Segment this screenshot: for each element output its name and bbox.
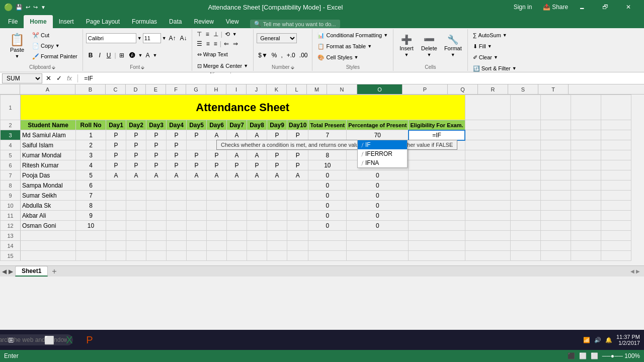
border-button[interactable]: ⊞ bbox=[117, 51, 126, 59]
center-align-btn[interactable]: ≡ bbox=[205, 40, 211, 48]
cell-day3-10[interactable] bbox=[146, 201, 167, 211]
cell-day1-7[interactable]: A bbox=[106, 170, 126, 180]
cell-day9-11[interactable] bbox=[267, 211, 287, 221]
cell-day3-4[interactable]: P bbox=[146, 140, 167, 150]
cell-day4-8[interactable] bbox=[167, 180, 187, 191]
cell-day4-4[interactable]: P bbox=[167, 140, 187, 150]
search-taskbar[interactable] bbox=[20, 331, 38, 349]
cell-name-8[interactable]: Sampa Mondal bbox=[21, 180, 76, 191]
zoom-control[interactable]: ──●── 100% bbox=[602, 352, 640, 359]
format-painter-button[interactable]: 🖌️ Format Painter bbox=[30, 51, 79, 61]
header-day8[interactable]: Day8 bbox=[247, 120, 267, 130]
cell-day8-12[interactable] bbox=[247, 221, 267, 231]
cell-day1-11[interactable] bbox=[106, 211, 126, 221]
name-box[interactable]: SUM bbox=[2, 73, 42, 83]
cut-button[interactable]: ✂️ Cut bbox=[30, 30, 79, 40]
cell-day7-12[interactable] bbox=[227, 221, 247, 231]
dec-dec-btn[interactable]: .00 bbox=[298, 51, 309, 59]
cell-day8-8[interactable] bbox=[247, 180, 267, 191]
cell-total-9[interactable]: 0 bbox=[308, 191, 347, 201]
cell-elig-12[interactable] bbox=[409, 221, 465, 231]
cell-pct-8[interactable]: 0 bbox=[347, 180, 409, 191]
wrap-text-button[interactable]: ⇔ Wrap Text bbox=[195, 49, 230, 59]
col-header-j[interactable]: J bbox=[247, 84, 267, 94]
col-header-i[interactable]: I bbox=[226, 84, 247, 94]
minimize-btn[interactable]: 🗕 bbox=[571, 0, 594, 14]
cell-day10-10[interactable] bbox=[287, 201, 308, 211]
right-align-btn[interactable]: ≡ bbox=[212, 40, 219, 48]
cell-day4-9[interactable] bbox=[167, 191, 187, 201]
cancel-formula-btn[interactable]: ✕ bbox=[44, 74, 53, 82]
cell-day3-11[interactable] bbox=[146, 211, 167, 221]
cell-elig-6[interactable] bbox=[409, 160, 465, 170]
cell-roll-8[interactable]: 6 bbox=[76, 180, 106, 191]
cell-day9-6[interactable]: P bbox=[267, 160, 287, 170]
row-num-3[interactable]: 3 bbox=[1, 130, 21, 140]
header-day1[interactable]: Day1 bbox=[106, 120, 126, 130]
cell-day2-11[interactable] bbox=[126, 211, 146, 221]
cell-elig-10[interactable] bbox=[409, 201, 465, 211]
cell-day3-8[interactable] bbox=[146, 180, 167, 191]
autocomplete-item-IFERROR[interactable]: 𝑓IFERROR bbox=[358, 149, 407, 158]
excel-taskbar-btn[interactable]: X bbox=[60, 331, 78, 349]
cell-elig-3[interactable]: =IF bbox=[409, 130, 465, 140]
cell-day3-12[interactable] bbox=[146, 221, 167, 231]
cell-day9-7[interactable]: A bbox=[267, 170, 287, 180]
cell-roll-5[interactable]: 3 bbox=[76, 150, 106, 160]
col-header-d[interactable]: D bbox=[126, 84, 146, 94]
col-header-g[interactable]: G bbox=[186, 84, 206, 94]
cell-day10-11[interactable] bbox=[287, 211, 308, 221]
cell-total-5[interactable]: 8 bbox=[308, 150, 347, 160]
row-num-4[interactable]: 4 bbox=[1, 140, 21, 150]
restore-btn[interactable]: 🗗 bbox=[594, 0, 617, 14]
cell-day7-11[interactable] bbox=[227, 211, 247, 221]
cell-day1-9[interactable] bbox=[106, 191, 126, 201]
sort-filter-button[interactable]: 🔃 Sort & Filter ▼ bbox=[471, 63, 519, 73]
cell-total-4[interactable]: 0 bbox=[308, 140, 347, 150]
col-header-b[interactable]: B bbox=[75, 84, 106, 94]
col-header-a[interactable]: A bbox=[20, 84, 75, 94]
cell-elig-11[interactable] bbox=[409, 211, 465, 221]
next-sheet-btn[interactable]: ▶ bbox=[9, 268, 13, 275]
cell-name-11[interactable]: Akbar Ali bbox=[21, 211, 76, 221]
cell-day3-3[interactable]: P bbox=[146, 130, 167, 140]
cell-day8-6[interactable]: P bbox=[247, 160, 267, 170]
add-sheet-btn[interactable]: + bbox=[50, 267, 58, 276]
cell-pct-11[interactable]: 0 bbox=[347, 211, 409, 221]
cell-elig-4[interactable] bbox=[409, 140, 465, 150]
save-icon[interactable]: 💾 bbox=[16, 4, 23, 11]
cell-roll-9[interactable]: 7 bbox=[76, 191, 106, 201]
cell-day7-5[interactable]: A bbox=[227, 150, 247, 160]
cell-day8-9[interactable] bbox=[247, 191, 267, 201]
insert-function-btn[interactable]: fx bbox=[65, 74, 73, 82]
cell-day2-10[interactable] bbox=[126, 201, 146, 211]
cell-day9-3[interactable]: P bbox=[267, 130, 287, 140]
cell-day9-12[interactable] bbox=[267, 221, 287, 231]
cell-roll-6[interactable]: 4 bbox=[76, 160, 106, 170]
cell-day4-7[interactable]: A bbox=[167, 170, 187, 180]
cell-day9-9[interactable] bbox=[267, 191, 287, 201]
comma-btn[interactable]: , bbox=[279, 51, 284, 59]
number-format-select[interactable]: General bbox=[257, 33, 297, 43]
cell-day5-4[interactable] bbox=[187, 140, 207, 150]
copy-button[interactable]: 📄 Copy ▼ bbox=[30, 41, 79, 51]
cell-day5-7[interactable]: A bbox=[187, 170, 207, 180]
cell-name-9[interactable]: Sumar Seikh bbox=[21, 191, 76, 201]
cell-total-8[interactable]: 0 bbox=[308, 180, 347, 191]
cell-day2-6[interactable]: P bbox=[126, 160, 146, 170]
row-num-7[interactable]: 7 bbox=[1, 170, 21, 180]
cell-day5-12[interactable] bbox=[187, 221, 207, 231]
tab-view[interactable]: View bbox=[220, 15, 245, 28]
autocomplete-item-IF[interactable]: 𝑓IF bbox=[358, 140, 407, 149]
col-header-f[interactable]: F bbox=[166, 84, 186, 94]
cell-day4-12[interactable] bbox=[167, 221, 187, 231]
cell-roll-4[interactable]: 2 bbox=[76, 140, 106, 150]
cell-day6-4[interactable] bbox=[207, 140, 227, 150]
cell-day3-5[interactable]: P bbox=[146, 150, 167, 160]
decrease-font-btn[interactable]: A↓ bbox=[179, 34, 189, 42]
undo-icon[interactable]: ↩ bbox=[26, 4, 30, 11]
row-num-6[interactable]: 6 bbox=[1, 160, 21, 170]
row-num-8[interactable]: 8 bbox=[1, 180, 21, 191]
cell-day3-9[interactable] bbox=[146, 191, 167, 201]
cell-day6-6[interactable]: P bbox=[207, 160, 227, 170]
